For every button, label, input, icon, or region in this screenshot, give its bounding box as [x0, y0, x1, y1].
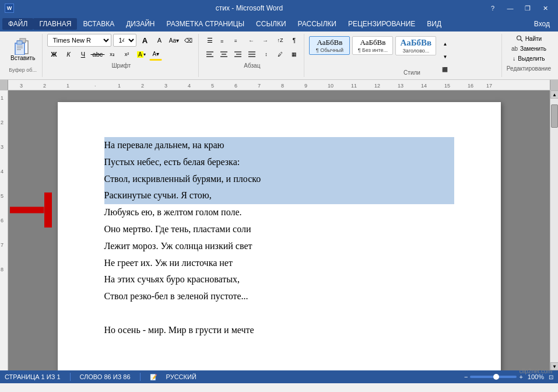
- styles-list2: АаБбВв ¶ Без инте...: [352, 36, 393, 55]
- menu-mailings[interactable]: РАССЫЛКИ: [292, 18, 342, 30]
- menu-insert[interactable]: ВСТАВКА: [77, 18, 120, 30]
- zoom-bar[interactable]: [470, 376, 517, 378]
- ruler3: 3: [164, 83, 167, 89]
- replace-btn[interactable]: ab Заменить: [509, 44, 549, 53]
- bullets-btn[interactable]: ☰: [203, 34, 216, 47]
- menu-design[interactable]: ДИЗАЙН: [120, 18, 160, 30]
- help-btn[interactable]: ?: [485, 2, 501, 14]
- close-btn[interactable]: ✕: [537, 2, 553, 14]
- subscript-btn[interactable]: x₂: [106, 48, 118, 61]
- select-btn[interactable]: ↓ Выделить: [510, 54, 547, 63]
- scroll-thumb[interactable]: [551, 104, 558, 128]
- ruler14: 14: [421, 83, 427, 89]
- ruler12: 12: [374, 83, 380, 89]
- clipboard-label: Буфер об...: [9, 67, 37, 73]
- svg-rect-3: [17, 41, 22, 44]
- clipboard-group: Вставить Буфер об...: [3, 34, 43, 77]
- document-scroll[interactable]: На перевале дальнем, на краю Пустых небе…: [8, 90, 550, 370]
- font-color-btn[interactable]: А▾: [149, 48, 162, 61]
- ruler-2: 2: [43, 83, 46, 89]
- status-lang-icon: 📝: [150, 374, 157, 380]
- menu-layout[interactable]: РАЗМЕТКА СТРАНИЦЫ: [161, 18, 251, 30]
- menu-file[interactable]: ФАЙЛ: [2, 18, 33, 30]
- superscript-btn[interactable]: x²: [120, 48, 133, 61]
- clear-format-btn[interactable]: ⌫: [182, 34, 195, 47]
- status-sep1: [70, 373, 71, 381]
- svg-rect-2: [15, 43, 24, 55]
- status-words: СЛОВО 86 ИЗ 86: [80, 373, 131, 380]
- login-button[interactable]: Вход: [528, 18, 556, 30]
- change-case-btn[interactable]: Aa▾: [167, 34, 180, 47]
- poem-line-7: Лежит мороз. Уж солнца низкий свет: [104, 238, 454, 255]
- menu-review[interactable]: РЕЦЕНЗИРОВАНИЕ: [342, 18, 421, 30]
- font-row1: Times New R Arial Calibri 14 12 16 18 A …: [47, 34, 195, 47]
- svg-line-24: [521, 40, 522, 41]
- ruler5: 5: [211, 83, 214, 89]
- zoom-out-btn[interactable]: −: [464, 373, 468, 380]
- increase-indent-btn[interactable]: →: [259, 34, 272, 47]
- status-bar: СТРАНИЦА 1 ИЗ 1 СЛОВО 86 ИЗ 86 📝 РУССКИЙ…: [0, 370, 558, 383]
- grow-font-btn[interactable]: A: [138, 34, 151, 47]
- ruler-3: 3: [20, 83, 23, 89]
- styles-scroll-down[interactable]: ▼: [438, 50, 451, 63]
- style-no-spacing[interactable]: АаБбВв ¶ Без инте...: [352, 36, 393, 55]
- bold-btn[interactable]: Ж: [47, 48, 60, 61]
- align-center-btn[interactable]: [217, 48, 230, 61]
- styles-list: АаБбВв ¶ Обычный: [309, 36, 350, 55]
- find-btn[interactable]: Найти: [514, 34, 545, 43]
- shrink-font-btn[interactable]: A: [153, 34, 166, 47]
- scroll-track[interactable]: [550, 99, 558, 362]
- poem-line-blank: [104, 305, 454, 322]
- title-left: W: [5, 4, 14, 13]
- paste-icon: [13, 36, 32, 55]
- title-bar: W стих - Microsoft Word ? — ❐ ✕: [0, 0, 558, 16]
- style-normal[interactable]: АаБбВв ¶ Обычный: [309, 36, 350, 55]
- multilevel-btn[interactable]: ≡: [231, 34, 244, 47]
- text-highlight-btn[interactable]: А▾: [135, 48, 148, 61]
- scroll-up-btn[interactable]: ▲: [550, 90, 558, 99]
- sort-btn[interactable]: ↑Z: [273, 34, 286, 47]
- restore-btn[interactable]: ❐: [520, 2, 536, 14]
- menu-references[interactable]: ССЫЛКИ: [250, 18, 292, 30]
- document-page: На перевале дальнем, на краю Пустых небе…: [58, 102, 501, 370]
- numbering-btn[interactable]: ≡: [217, 34, 230, 47]
- show-marks-btn[interactable]: ¶: [287, 34, 300, 47]
- italic-btn[interactable]: К: [62, 48, 75, 61]
- poem-line-9: На этих сучьях буро красноватых,: [104, 271, 454, 288]
- justify-btn[interactable]: [245, 48, 258, 61]
- svg-text:→: →: [262, 37, 268, 44]
- vruler-4: 4: [1, 169, 3, 174]
- align-right-btn[interactable]: [231, 48, 244, 61]
- status-lang: РУССКИЙ: [166, 373, 196, 380]
- window-controls: ? — ❐ ✕: [485, 2, 553, 14]
- font-name-select[interactable]: Times New R Arial Calibri: [47, 34, 111, 47]
- shading-btn[interactable]: 🖊: [273, 48, 286, 61]
- paste-button[interactable]: Вставить: [7, 34, 38, 64]
- line-spacing-btn[interactable]: ↕: [259, 48, 272, 61]
- menu-view[interactable]: ВИД: [421, 18, 447, 30]
- minimize-btn[interactable]: —: [502, 2, 518, 14]
- ruler1: 1: [118, 83, 121, 89]
- menu-home[interactable]: ГЛАВНАЯ: [33, 18, 77, 30]
- font-group-label: Шрифт: [47, 62, 195, 69]
- borders-btn[interactable]: ▦: [287, 48, 300, 61]
- zoom-thumb[interactable]: [493, 374, 499, 380]
- underline-btn[interactable]: Ч: [76, 48, 89, 61]
- main-area: 1 2 3 4 5 6 7 8 На перевале дальнем, на …: [0, 90, 558, 370]
- ribbon-toolbar: Вставить Буфер об... Times New R Arial C…: [0, 32, 558, 80]
- style-heading1[interactable]: АаБбВв Заголово...: [395, 36, 436, 55]
- ruler7: 7: [258, 83, 261, 89]
- font-size-select[interactable]: 14 12 16 18: [113, 34, 136, 47]
- styles-expand[interactable]: ⬛: [438, 63, 451, 76]
- ruler-track: 3 2 1 · 1 2 3 4 5 6 7 8 9 10 11 12 13 14…: [8, 80, 550, 90]
- svg-text:≡: ≡: [234, 38, 237, 44]
- fit-width-btn[interactable]: ⊡: [549, 374, 553, 380]
- ruler10: 10: [328, 83, 334, 89]
- paragraph-group-label: Абзац: [203, 62, 300, 69]
- styles-scroll-up[interactable]: ▲: [438, 37, 451, 50]
- decrease-indent-btn[interactable]: ←: [245, 34, 258, 47]
- vruler-8: 8: [1, 267, 3, 272]
- paragraph-group: ☰ ≡ ≡ ← → ↑Z ¶: [200, 34, 304, 77]
- align-left-btn[interactable]: [203, 48, 216, 61]
- strikethrough-btn[interactable]: abc: [91, 48, 104, 61]
